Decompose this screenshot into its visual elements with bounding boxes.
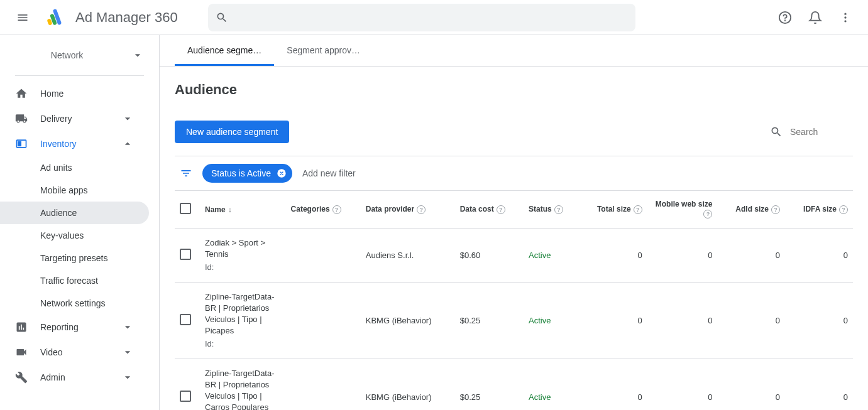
sidebar-sub-traffic-forecast[interactable]: Traffic forecast [0, 269, 149, 292]
chevron-down-icon [121, 346, 134, 359]
table-row[interactable]: Zodiak > Sport > TennisId: Audiens S.r.l… [175, 229, 853, 283]
row-checkbox[interactable] [180, 249, 191, 260]
row-checkbox[interactable] [180, 314, 191, 325]
help-icon[interactable]: ? [332, 205, 341, 214]
row-adid-size: 0 [717, 282, 785, 359]
add-filter-link[interactable]: Add new filter [302, 168, 356, 178]
help-icon[interactable]: ? [417, 205, 426, 214]
row-categories [286, 282, 361, 359]
svg-point-4 [785, 20, 786, 21]
app-title: Ad Manager 360 [75, 9, 178, 26]
col-adid-size[interactable]: AdId size? [717, 191, 785, 229]
sidebar-sub-network-settings[interactable]: Network settings [0, 292, 149, 315]
select-all-checkbox[interactable] [180, 203, 191, 214]
sidebar-sub-ad-units[interactable]: Ad units [0, 156, 149, 179]
row-total-size: 0 [579, 229, 647, 283]
row-idfa-size: 0 [785, 359, 853, 410]
network-selector[interactable]: Network [0, 40, 159, 70]
sort-desc-icon: ↓ [228, 205, 232, 214]
row-id: Id: [205, 338, 281, 350]
table-row[interactable]: Zipline-TargetData-BR | Proprietarios Ve… [175, 359, 853, 410]
row-idfa-size: 0 [785, 282, 853, 359]
col-categories[interactable]: Categories? [286, 191, 361, 229]
svg-rect-9 [18, 142, 21, 146]
col-total-size[interactable]: Total size? [579, 191, 647, 229]
sidebar-item-video[interactable]: Video [0, 340, 149, 365]
nav-label: Inventory [40, 139, 109, 149]
chip-label: Status is Active [211, 168, 271, 178]
chart-icon [15, 321, 28, 333]
row-mobile-web-size: 0 [647, 229, 718, 283]
row-idfa-size: 0 [785, 229, 853, 283]
sidebar-item-reporting[interactable]: Reporting [0, 315, 149, 340]
chip-remove[interactable] [276, 168, 287, 179]
filter-icon[interactable] [180, 167, 192, 180]
row-data-cost: $0.25 [455, 282, 524, 359]
help-icon[interactable]: ? [839, 205, 848, 214]
search-icon [216, 11, 228, 24]
sidebar-item-home[interactable]: Home [0, 81, 149, 106]
new-audience-segment-button[interactable]: New audience segment [175, 121, 289, 143]
chevron-down-icon [121, 371, 134, 384]
row-mobile-web-size: 0 [647, 282, 718, 359]
more-button[interactable] [833, 5, 858, 30]
row-total-size: 0 [579, 359, 647, 410]
help-icon[interactable]: ? [634, 205, 642, 214]
col-mobile-web-size[interactable]: Mobile web size? [647, 191, 718, 229]
row-data-cost: $0.60 [455, 229, 524, 283]
help-icon[interactable]: ? [771, 205, 780, 214]
global-search[interactable] [208, 4, 635, 31]
row-data-provider: KBMG (iBehavior) [361, 282, 455, 359]
sidebar-sub-targeting-presets[interactable]: Targeting presets [0, 247, 149, 269]
help-icon[interactable]: ? [554, 205, 563, 214]
help-icon [778, 11, 792, 24]
sidebar-sub-key-values[interactable]: Key-values [0, 224, 149, 247]
divider [15, 75, 144, 76]
audience-table: Name↓ Categories? Data provider? Data co… [175, 191, 853, 410]
help-icon[interactable]: ? [497, 205, 505, 214]
sidebar-item-admin[interactable]: Admin [0, 365, 149, 390]
tabs: Audience segme… Segment approv… [160, 35, 868, 67]
filter-bar: Status is Active Add new filter [175, 156, 853, 191]
network-label: Network [15, 50, 131, 60]
table-search-input[interactable] [790, 127, 853, 137]
search-icon [770, 126, 783, 138]
sidebar-sub-audience[interactable]: Audience [0, 202, 149, 224]
row-name: Zipline-TargetData-BR | Proprietarios Ve… [205, 291, 281, 337]
app-logo [45, 8, 65, 28]
row-checkbox[interactable] [180, 391, 191, 402]
table-search[interactable] [770, 126, 853, 138]
nav-label: Home [40, 89, 134, 99]
nav-label: Admin [40, 372, 109, 382]
table-row[interactable]: Zipline-TargetData-BR | Proprietarios Ve… [175, 282, 853, 359]
col-idfa-size[interactable]: IDFA size? [785, 191, 853, 229]
chevron-down-icon [131, 49, 144, 62]
row-adid-size: 0 [717, 229, 785, 283]
sidebar-sub-mobile-apps[interactable]: Mobile apps [0, 179, 149, 202]
sidebar-item-delivery[interactable]: Delivery [0, 106, 149, 131]
row-name: Zipline-TargetData-BR | Proprietarios Ve… [205, 368, 281, 410]
row-total-size: 0 [579, 282, 647, 359]
close-icon [277, 168, 287, 178]
row-name: Zodiak > Sport > Tennis [205, 237, 281, 260]
menu-button[interactable] [10, 5, 35, 30]
bell-icon [808, 11, 822, 24]
help-icon[interactable]: ? [703, 210, 712, 218]
header-actions [772, 5, 858, 30]
col-name[interactable]: Name↓ [200, 191, 286, 229]
row-mobile-web-size: 0 [647, 359, 718, 410]
notifications-button[interactable] [803, 5, 828, 30]
tab-segment-approval[interactable]: Segment approv… [274, 35, 373, 66]
more-vert-icon [839, 11, 852, 24]
col-data-provider[interactable]: Data provider? [361, 191, 455, 229]
sidebar-item-inventory[interactable]: Inventory [0, 131, 149, 156]
row-status: Active [529, 392, 551, 402]
help-button[interactable] [772, 5, 798, 30]
col-status[interactable]: Status? [524, 191, 579, 229]
tab-audience-segments[interactable]: Audience segme… [175, 35, 274, 66]
home-icon [15, 87, 28, 100]
filter-chip-status[interactable]: Status is Active [202, 164, 292, 183]
col-data-cost[interactable]: Data cost? [455, 191, 524, 229]
nav-label: Video [40, 347, 109, 357]
row-status: Active [529, 251, 551, 260]
